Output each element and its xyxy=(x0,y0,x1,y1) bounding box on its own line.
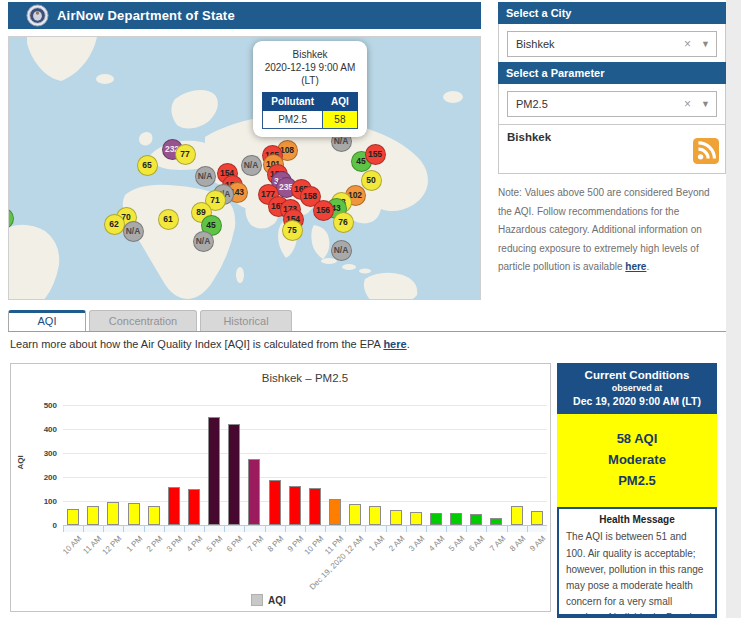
chevron-down-icon[interactable]: ▼ xyxy=(701,99,710,109)
chart-tabs: AQI Concentration Historical xyxy=(8,310,292,332)
city-panel-title: Select a City xyxy=(498,2,726,24)
popup-pollutant-value: PM2.5 xyxy=(263,111,323,129)
chevron-down-icon[interactable]: ▼ xyxy=(701,39,710,49)
note-here-link[interactable]: here xyxy=(625,261,646,272)
bar-series xyxy=(63,405,547,525)
bar-8 AM[interactable] xyxy=(511,506,523,525)
bar-6 PM[interactable] xyxy=(228,424,240,525)
aqi-marker[interactable]: N/A xyxy=(195,166,216,187)
cc-parameter: PM2.5 xyxy=(561,471,713,492)
parameter-panel-title: Select a Parameter xyxy=(498,62,726,84)
popup-table: Pollutant AQI PM2.5 58 xyxy=(262,92,358,129)
bar-7 AM[interactable] xyxy=(490,518,502,525)
y-tick-label: 0 xyxy=(25,521,57,530)
bar-10 AM[interactable] xyxy=(67,509,79,525)
cc-category: Moderate xyxy=(561,450,713,471)
aqi-marker[interactable]: 62 xyxy=(104,214,125,235)
popup-col-aqi: AQI xyxy=(323,93,358,111)
bar-11 PM[interactable] xyxy=(329,499,341,525)
y-tick-label: 400 xyxy=(25,425,57,434)
parameter-select-value: PM2.5 xyxy=(516,98,684,110)
aqi-marker[interactable]: N/A xyxy=(123,221,144,242)
aqi-marker[interactable]: 75 xyxy=(282,220,303,241)
bar-3 AM[interactable] xyxy=(410,512,422,525)
legend-item-aqi[interactable]: AQI xyxy=(251,594,286,606)
cc-datetime: Dec 19, 2020 9:00 AM (LT) xyxy=(561,395,713,407)
bar-1 PM[interactable] xyxy=(128,503,140,525)
feed-box: Bishkek xyxy=(498,124,726,174)
clear-parameter-icon[interactable]: × xyxy=(684,97,691,111)
aqi-marker[interactable]: N/A xyxy=(241,155,262,176)
cc-subtitle: observed at xyxy=(561,383,713,393)
y-tick-label: 300 xyxy=(25,449,57,458)
popup-col-pollutant: Pollutant xyxy=(263,93,323,111)
bar-9 PM[interactable] xyxy=(289,486,301,525)
city-panel-body: Bishkek × ▼ xyxy=(498,24,726,65)
y-tick-label: 500 xyxy=(25,401,57,410)
learn-more-suffix: . xyxy=(407,338,410,350)
parameter-select[interactable]: PM2.5 × ▼ xyxy=(507,91,717,117)
bottom-blue-strip xyxy=(557,614,717,618)
health-message-text: The AQI is between 51 and 100. Air quali… xyxy=(566,529,708,618)
city-select[interactable]: Bishkek × ▼ xyxy=(507,31,717,57)
chart-title: Bishkek – PM2.5 xyxy=(63,372,547,384)
current-conditions-header: Current Conditions observed at Dec 19, 2… xyxy=(557,363,717,414)
cc-aqi-value: 58 AQI xyxy=(561,429,713,450)
x-axis-tick-band xyxy=(63,525,547,532)
aqi-marker[interactable]: 156 xyxy=(313,200,334,221)
bar-5 AM[interactable] xyxy=(450,513,462,525)
rss-feed-icon[interactable] xyxy=(693,138,719,168)
popup-aqi-value: 58 xyxy=(323,111,358,129)
bar-4 AM[interactable] xyxy=(430,513,442,525)
tab-aqi[interactable]: AQI xyxy=(8,310,86,331)
aqi-marker[interactable]: 50 xyxy=(361,170,382,191)
state-department-seal-icon xyxy=(26,4,49,27)
aqi-marker[interactable]: 77 xyxy=(175,144,196,165)
map-popup: Bishkek 2020-12-19 9:00 AM (LT) Pollutan… xyxy=(253,41,367,137)
aqi-marker[interactable]: N/A xyxy=(193,231,214,252)
bar-9 AM[interactable] xyxy=(531,511,543,525)
bar-5 PM[interactable] xyxy=(208,417,220,525)
bar-2 PM[interactable] xyxy=(148,506,160,525)
tab-historical[interactable]: Historical xyxy=(200,310,292,331)
page-gutter xyxy=(726,0,741,618)
world-aqi-map[interactable]: 6523277N/A154154143N/A718945N/A7062N/A61… xyxy=(8,36,481,300)
beyond-aqi-note: Note: Values above 500 are considered Be… xyxy=(498,184,722,277)
bar-6 AM[interactable] xyxy=(470,514,482,525)
bar-8 PM[interactable] xyxy=(269,480,281,525)
aqi-marker[interactable]: 65 xyxy=(137,155,158,176)
clear-city-icon[interactable]: × xyxy=(684,37,691,51)
tab-concentration[interactable]: Concentration xyxy=(89,310,197,331)
tabs-divider xyxy=(8,331,726,332)
parameter-panel: Select a Parameter PM2.5 × ▼ xyxy=(498,62,726,125)
y-axis-label: AQI xyxy=(16,455,25,469)
note-text: Note: Values above 500 are considered Be… xyxy=(498,187,710,272)
aqi-marker[interactable]: 76 xyxy=(333,212,354,233)
aqi-marker[interactable]: 155 xyxy=(365,144,386,165)
learn-more-text: Learn more about how the Air Quality Ind… xyxy=(10,338,410,350)
airnow-page: AirNow Department of State xyxy=(0,0,741,618)
bar-1 AM[interactable] xyxy=(369,506,381,525)
bar-4 PM[interactable] xyxy=(188,489,200,525)
feed-city-label: Bishkek xyxy=(507,131,717,143)
bar-3 PM[interactable] xyxy=(168,487,180,525)
y-tick-label: 200 xyxy=(25,473,57,482)
bar-11 AM[interactable] xyxy=(87,506,99,525)
note-suffix: . xyxy=(646,261,649,272)
aqi-marker[interactable]: 61 xyxy=(158,209,179,230)
content-area: AirNow Department of State xyxy=(0,0,726,618)
learn-more-prefix: Learn more about how the Air Quality Ind… xyxy=(10,338,383,350)
bar-12 PM[interactable] xyxy=(107,502,119,525)
learn-more-here-link[interactable]: here xyxy=(383,338,406,350)
health-message-title: Health Message xyxy=(566,514,708,525)
cc-aqi-box: 58 AQI Moderate PM2.5 xyxy=(557,414,717,507)
bar-7 PM[interactable] xyxy=(248,459,260,525)
health-message-box: Health Message The AQI is between 51 and… xyxy=(557,507,717,618)
bar-2 AM[interactable] xyxy=(390,510,402,525)
city-panel: Select a City Bishkek × ▼ xyxy=(498,2,726,65)
aqi-marker[interactable]: N/A xyxy=(331,240,352,261)
popup-timezone: (LT) xyxy=(257,74,363,87)
popup-datetime: 2020-12-19 9:00 AM xyxy=(257,61,363,74)
bar-10 PM[interactable] xyxy=(309,488,321,525)
bar-Dec 19, 2020 12 AM[interactable] xyxy=(349,504,361,525)
